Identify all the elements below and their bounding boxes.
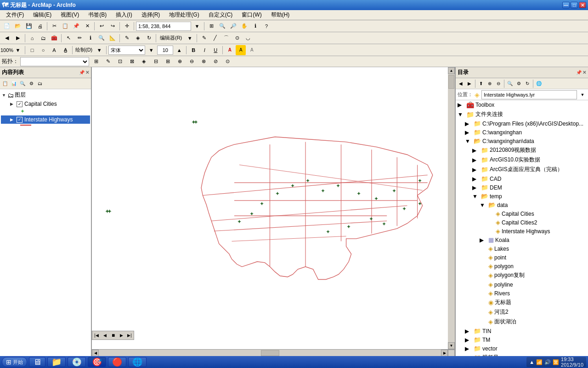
back-button[interactable]: ◀ — [2, 33, 12, 43]
map-vscrollbar[interactable]: ▲ ▼ — [448, 67, 455, 349]
cat-dem[interactable]: ▶ 📁 DEM — [456, 183, 588, 192]
vscroll-down[interactable]: ▼ — [448, 342, 455, 349]
menu-geoprocess[interactable]: 地理处理(G) — [165, 10, 203, 20]
cat-polygon[interactable]: ◈ polygon — [456, 262, 588, 270]
cat-disconnect[interactable]: ⊖ — [494, 80, 503, 88]
sketch-tool[interactable]: ✎ — [199, 33, 209, 43]
folderconn-expand[interactable]: ▼ — [458, 111, 465, 118]
topo-btn7[interactable]: ⊞ — [163, 57, 173, 67]
capital-cities-checkbox[interactable] — [17, 101, 23, 107]
menu-window[interactable]: 窗口(W) — [237, 10, 266, 20]
menu-help[interactable]: 帮助(H) — [267, 10, 294, 20]
title-controls[interactable]: — □ ✕ — [562, 2, 586, 8]
capital-cities-expand[interactable]: ▶ — [10, 102, 15, 106]
location-input[interactable]: Interstate Highways.lyr — [481, 90, 577, 99]
topo-btn12[interactable]: ⊙ — [222, 57, 232, 67]
edit2-tool[interactable]: ✎ — [122, 33, 132, 43]
catalog-close[interactable]: ✕ — [582, 70, 586, 75]
cat-program-files[interactable]: ▶ 📁 C:\Program Files (x86)\ArcGIS\Deskto… — [456, 119, 588, 128]
paste-button[interactable]: 📌 — [71, 21, 81, 31]
undo-button[interactable]: ↩ — [96, 21, 107, 31]
cat-refresh[interactable]: ↻ — [523, 80, 531, 88]
print-button[interactable]: 🖨 — [35, 21, 45, 31]
scale-dropdown[interactable]: ▼ — [192, 21, 202, 31]
datasub-expand[interactable]: ▼ — [480, 202, 487, 208]
tm-expand[interactable]: ▶ — [465, 337, 472, 343]
cad-expand[interactable]: ▶ — [472, 176, 480, 182]
editor-dropdown[interactable]: ▼ — [185, 33, 195, 43]
topo-btn10[interactable]: ⊗ — [198, 57, 209, 67]
cat-arcgis[interactable]: 🌐 — [535, 80, 543, 88]
map-page-prev[interactable]: ◀ — [101, 331, 109, 339]
cat-up[interactable]: ⬆ — [477, 80, 485, 88]
circle-tool[interactable]: ○ — [38, 45, 48, 55]
taskbar-item-1[interactable]: 🖥 — [29, 357, 45, 367]
save-button[interactable]: 💾 — [24, 21, 34, 31]
cat-tin[interactable]: ▶ 📁 TIN — [456, 327, 588, 335]
pan[interactable]: ✋ — [239, 21, 249, 31]
cat-lakes[interactable]: ◈ Lakes — [456, 244, 588, 253]
font-color[interactable]: A̲ — [60, 45, 70, 55]
topo-btn6[interactable]: ⊟ — [151, 57, 161, 67]
arcgis-desktop-expand[interactable]: ▶ — [472, 167, 480, 173]
temp-expand[interactable]: ▼ — [472, 193, 480, 200]
cat-rivers[interactable]: ◈ Rivers — [456, 289, 588, 298]
toc-item-capital-cities[interactable]: ▶ Capital Cities — [1, 100, 90, 108]
home-button[interactable]: ⌂ — [27, 33, 37, 43]
hscroll-left[interactable]: ◀ — [92, 350, 99, 356]
map-hscrollbar[interactable]: ◀ ▶ — [92, 349, 455, 356]
map-page-stop[interactable]: ⏹ — [109, 331, 117, 339]
wxh-expand[interactable]: ▶ — [465, 129, 472, 136]
close-button[interactable]: ✕ — [579, 2, 586, 8]
toc-pin[interactable]: 📌 — [79, 70, 85, 75]
bold-button[interactable]: B — [188, 45, 198, 55]
cat-point[interactable]: ◈ point — [456, 253, 588, 262]
taskbar-item-6[interactable]: 🌐 — [128, 357, 147, 367]
straight-tool[interactable]: ╱ — [210, 33, 220, 43]
menu-bookmark[interactable]: 书签(B) — [84, 10, 111, 20]
identify-tool[interactable]: ℹ — [85, 33, 96, 43]
topo-btn5[interactable]: ◈ — [139, 57, 149, 67]
select-tool[interactable]: ↖ — [63, 33, 74, 43]
taskbar-item-3[interactable]: 💿 — [68, 357, 86, 367]
catalog-button[interactable]: 🗂 — [38, 33, 48, 43]
cat-tm[interactable]: ▶ 📁 TM — [456, 335, 588, 344]
toc-item-interstate[interactable]: ▶ Interstate Highways — [1, 115, 90, 124]
map-canvas[interactable]: ✦ ✦ — [92, 67, 448, 349]
menu-customize[interactable]: 自定义(C) — [204, 10, 237, 20]
menu-select[interactable]: 选择(R) — [137, 10, 164, 20]
menu-view[interactable]: 视图(V) — [57, 10, 83, 20]
vscroll-up[interactable]: ▲ — [448, 67, 455, 74]
menu-insert[interactable]: 插入(I) — [112, 10, 136, 20]
cat-cad[interactable]: ▶ 📁 CAD — [456, 174, 588, 183]
cat-river2[interactable]: ◈ 河流2 — [456, 307, 588, 317]
topo-btn8[interactable]: ⊕ — [175, 57, 185, 67]
map-nav-bar[interactable]: |◀ ◀ ⏹ ▶ ▶| — [92, 331, 134, 340]
toc-btn5[interactable]: 🗂 — [36, 80, 44, 88]
text-tool[interactable]: A — [49, 45, 59, 55]
catalog-pin[interactable]: 📌 — [576, 70, 582, 75]
toc-btn2[interactable]: 📊 — [10, 80, 18, 88]
cat-video-guide[interactable]: ▶ 📁 视频导 — [456, 353, 588, 356]
zoom-in[interactable]: 🔍 — [217, 21, 227, 31]
cat-forward[interactable]: ▶ — [465, 80, 474, 88]
map-page-last[interactable]: ▶| — [125, 331, 134, 339]
arcgis10-expand[interactable]: ▶ — [472, 157, 480, 163]
maximize-button[interactable]: □ — [571, 2, 578, 8]
highlight-btn[interactable]: A — [236, 45, 246, 55]
zoom-full[interactable]: ⊞ — [206, 21, 216, 31]
cat-toolbox[interactable]: ▶ 🧰 Toolbox — [456, 100, 588, 109]
zoom-dropdown[interactable]: ▼ — [13, 45, 23, 55]
toc-btn1[interactable]: 📋 — [1, 80, 9, 88]
draw-dropdown[interactable]: ▼ — [94, 45, 104, 55]
pf-expand[interactable]: ▶ — [465, 121, 472, 127]
topo-btn9[interactable]: ⊖ — [187, 57, 197, 67]
interstate-expand[interactable]: ▶ — [10, 117, 15, 122]
cat-vector[interactable]: ▶ 📁 vector — [456, 344, 588, 353]
cat-folder-connections[interactable]: ▼ 📁 文件夹连接 — [456, 109, 588, 119]
interstate-checkbox[interactable] — [17, 117, 23, 123]
topo-btn1[interactable]: ⊞ — [91, 57, 101, 67]
cat-capital-cities[interactable]: ◈ Capital Cities — [456, 209, 588, 218]
font-size-up[interactable]: ▲ — [174, 45, 184, 55]
font-size-down[interactable]: ▼ — [146, 45, 156, 55]
